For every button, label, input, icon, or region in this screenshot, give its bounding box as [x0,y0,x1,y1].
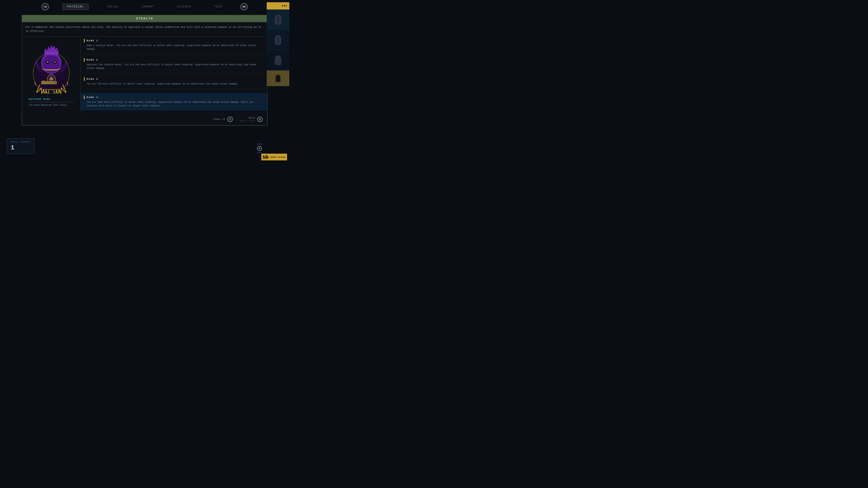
gamer-guides-icon [263,155,269,160]
rank-up-label: RANK UP [214,118,226,121]
rank-4-label: RANK 4 [87,96,98,99]
rank-2-label: RANK 2 [87,59,98,61]
rank-item-2: RANK 2 Upgrades the Stealth Meter. You a… [84,58,264,74]
rank-details: RANK 1 Adds a Stealth Meter. You are 25%… [81,37,268,113]
skill-body: MAXIMUM RANK You have mastered this skil… [22,37,268,113]
nav-bar: LB PHYSICAL SOCIAL COMBAT SCIENCE TECH R… [0,0,289,13]
rank-4-header: RANK 4 [84,96,264,99]
gamer-guides-logo: GAMER GUIDES [261,154,287,160]
rank-up-action: RANK UP A [214,117,233,122]
skill-detail-panel: STEALTH For a combatant who values discr… [22,15,268,126]
tab-combat[interactable]: COMBAT [137,4,159,10]
gamer-guides-text: GAMER GUIDES [270,156,286,158]
tab-science[interactable]: SCIENCE [172,4,196,10]
max-rank-label: MAXIMUM RANK [29,98,74,101]
tab-tech[interactable]: TECH [210,4,227,10]
rank-3-text: You are 75% more difficult to detect whe… [84,82,264,86]
hold-bottom-label: HOLD [257,152,262,154]
action-bar: RANK UP A BACK HOLD TO EXIT B [22,113,268,125]
skill-title: STEALTH [22,15,268,22]
lb-button[interactable]: LB [41,3,49,10]
rank-1-icon [84,39,85,42]
right-panel: SOC [267,2,289,86]
rank-up-button[interactable]: A [227,117,233,122]
rank-3-header: RANK 3 [84,77,264,81]
right-panel-header: SOC [267,2,289,9]
rank-3-icon [84,77,85,81]
skill-image-area: MAXIMUM RANK You have mastered this skil… [22,37,81,113]
svg-rect-5 [54,82,57,83]
coffin-icon-2 [275,34,281,46]
hold-to-exit-label: HOLD TO EXIT [240,120,255,122]
svg-point-9 [47,61,49,63]
rank-2-text: Upgrades the Stealth Meter. You are 50% … [84,63,264,70]
rank-1-header: RANK 1 [84,39,264,42]
rank-4-icon [84,96,85,99]
coffin-icon-3 [275,55,281,66]
watermark: GAMER GUIDES [261,154,287,160]
rank-2-header: RANK 2 [84,58,264,62]
svg-rect-14 [263,156,264,159]
rank-1-text: Adds a Stealth Meter. You are 25% more d… [84,44,264,51]
coffin-icon-4 [275,74,281,83]
svg-rect-16 [266,155,267,159]
skill-description: For a combatant who values discretion ab… [22,22,268,37]
svg-rect-17 [267,156,268,159]
back-action: BACK HOLD TO EXIT B [240,117,263,122]
right-panel-item-1[interactable] [267,9,289,30]
tab-social[interactable]: SOCIAL [102,4,124,10]
svg-point-11 [54,61,56,63]
rank-item-1: RANK 1 Adds a Stealth Meter. You are 25%… [84,39,264,55]
skill-points-value: 1 [11,144,31,151]
svg-rect-15 [265,156,266,159]
rank-1-label: RANK 1 [87,39,98,42]
rb-button[interactable]: RB [241,3,248,10]
back-bottom-label: BACK [257,143,262,145]
skill-points-label: SKILL POINTS [11,141,31,143]
tab-physical[interactable]: PHYSICAL [62,4,89,10]
svg-rect-4 [43,80,44,81]
coffin-icon-1 [275,14,281,25]
right-panel-item-4[interactable] [267,70,289,86]
right-panel-item-2[interactable] [267,30,289,50]
max-rank-text: You have mastered this skill. [29,104,74,106]
rank-4-text: You are 100% more difficult to detect wh… [84,101,264,108]
rank-3-label: RANK 3 [87,78,98,80]
skill-character-image [29,44,74,94]
rank-item-3: RANK 3 You are 75% more difficult to det… [84,77,264,89]
rank-2-icon [84,58,85,62]
back-b-area: BACK B HOLD [257,143,262,154]
main-content: STEALTH For a combatant who values discr… [0,13,289,126]
back-label: BACK [249,117,255,119]
rank-item-4: RANK 4 You are 100% more difficult to de… [81,93,268,110]
right-panel-item-3[interactable] [267,50,289,70]
skill-points-box: SKILL POINTS 1 [7,138,35,154]
back-b-button[interactable]: B [257,146,262,151]
max-rank-section: MAXIMUM RANK You have mastered this skil… [26,98,76,106]
back-button[interactable]: B [257,117,263,122]
